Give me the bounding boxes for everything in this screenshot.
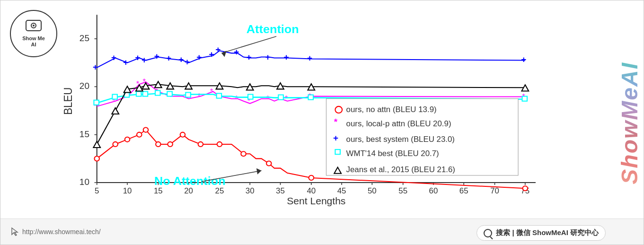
svg-text:20: 20 — [79, 81, 89, 91]
svg-text:ours, local-p attn (BLEU 20.9): ours, local-p attn (BLEU 20.9) — [346, 120, 451, 129]
url-area: http://www.showmeai.tech/ — [10, 227, 101, 236]
svg-text:BLEU: BLEU — [62, 88, 74, 115]
svg-text:40: 40 — [307, 187, 316, 196]
svg-rect-100 — [155, 90, 160, 95]
svg-point-46 — [94, 156, 99, 161]
svg-text:10: 10 — [123, 187, 132, 196]
svg-text:55: 55 — [398, 187, 407, 196]
svg-text:+: + — [93, 62, 98, 72]
svg-rect-107 — [522, 96, 528, 101]
svg-text:ours, no attn (BLEU 13.9): ours, no attn (BLEU 13.9) — [346, 105, 437, 114]
svg-text:70: 70 — [490, 187, 499, 196]
svg-text:*: * — [266, 94, 270, 103]
logo-icon — [25, 19, 42, 35]
svg-text:+: + — [215, 45, 221, 55]
search-icon — [484, 229, 492, 237]
svg-point-2 — [33, 25, 35, 26]
svg-text:50: 50 — [368, 187, 377, 196]
svg-text:+: + — [178, 54, 184, 64]
svg-text:Attention: Attention — [247, 23, 299, 35]
svg-text:*: * — [235, 94, 238, 103]
svg-marker-138 — [12, 228, 18, 236]
svg-text:WMT'14 best (BLEU 20.7): WMT'14 best (BLEU 20.7) — [346, 149, 439, 158]
svg-point-55 — [217, 142, 222, 147]
svg-text:+: + — [196, 52, 202, 62]
svg-rect-103 — [217, 94, 222, 98]
svg-text:65: 65 — [459, 187, 468, 196]
svg-rect-95 — [94, 100, 99, 105]
svg-text:15: 15 — [154, 187, 163, 196]
svg-point-50 — [143, 127, 149, 132]
svg-text:35: 35 — [276, 187, 285, 196]
chart-svg: BLEU 10 15 20 25 Sent Lengths 5 10 15 — [62, 5, 610, 216]
cursor-icon — [10, 227, 19, 236]
bottom-bar: http://www.showmeai.tech/ 搜索 | 微信 ShowMe… — [0, 219, 644, 245]
svg-text:+: + — [111, 52, 116, 62]
svg-text:Jeans et al., 2015 (BLEU 21.6): Jeans et al., 2015 (BLEU 21.6) — [346, 165, 455, 174]
svg-rect-106 — [308, 95, 313, 100]
main-container: Show Me AI 不同NMT模型在长句上的表现 BLEU 10 15 20 — [0, 0, 644, 245]
logo-text: Show Me AI — [22, 35, 45, 48]
svg-text:10: 10 — [79, 177, 89, 187]
svg-rect-99 — [143, 91, 148, 96]
svg-rect-128 — [335, 149, 340, 154]
svg-point-56 — [241, 151, 246, 156]
svg-rect-104 — [248, 95, 253, 99]
svg-rect-101 — [167, 91, 172, 96]
svg-text:60: 60 — [429, 187, 438, 196]
watermark-text: ShowMeAI — [617, 62, 643, 184]
svg-text:*: * — [197, 92, 201, 101]
svg-text:+: + — [123, 57, 128, 67]
svg-point-48 — [125, 137, 130, 142]
logo: Show Me AI — [10, 10, 57, 57]
search-text: 搜索 | 微信 ShowMeAI 研究中心 — [496, 228, 599, 237]
svg-text:No Attention: No Attention — [154, 175, 226, 187]
url-text: http://www.showmeai.tech/ — [22, 228, 101, 236]
svg-text:+: + — [521, 54, 526, 64]
svg-text:20: 20 — [184, 187, 193, 196]
svg-text:+: + — [333, 133, 338, 143]
svg-text:+: + — [209, 50, 214, 60]
svg-point-59 — [523, 186, 528, 191]
svg-text:ours, best system (BLEU 23.0): ours, best system (BLEU 23.0) — [346, 135, 455, 144]
watermark: ShowMeAI — [615, 0, 644, 245]
svg-text:5: 5 — [95, 187, 99, 196]
svg-text:+: + — [247, 52, 252, 62]
svg-text:*: * — [334, 117, 338, 127]
svg-point-54 — [198, 142, 203, 147]
svg-text:+: + — [265, 52, 271, 62]
svg-point-122 — [335, 106, 342, 113]
svg-text:+: + — [166, 53, 171, 63]
svg-text:25: 25 — [215, 187, 224, 196]
svg-rect-105 — [278, 95, 283, 100]
svg-point-49 — [137, 132, 142, 137]
svg-rect-102 — [185, 92, 191, 97]
svg-text:15: 15 — [79, 129, 89, 139]
svg-text:+: + — [154, 51, 159, 61]
svg-text:+: + — [135, 52, 141, 62]
svg-point-58 — [309, 175, 314, 180]
svg-text:25: 25 — [79, 33, 89, 43]
svg-point-51 — [156, 142, 161, 147]
svg-text:+: + — [185, 57, 190, 67]
svg-text:Sent Lengths: Sent Lengths — [287, 195, 345, 206]
svg-text:+: + — [284, 52, 289, 62]
svg-text:+: + — [141, 55, 147, 65]
svg-point-53 — [180, 132, 185, 137]
svg-text:*: * — [285, 94, 288, 103]
svg-rect-96 — [112, 95, 117, 99]
svg-point-57 — [266, 161, 272, 166]
svg-text:+: + — [307, 53, 312, 63]
svg-text:30: 30 — [246, 187, 255, 196]
search-box[interactable]: 搜索 | 微信 ShowMeAI 研究中心 — [476, 225, 606, 241]
svg-text:45: 45 — [337, 187, 346, 196]
svg-point-47 — [113, 142, 118, 147]
svg-rect-98 — [136, 91, 141, 96]
chart-area: BLEU 10 15 20 25 Sent Lengths 5 10 15 — [62, 5, 610, 216]
svg-point-52 — [168, 142, 173, 147]
